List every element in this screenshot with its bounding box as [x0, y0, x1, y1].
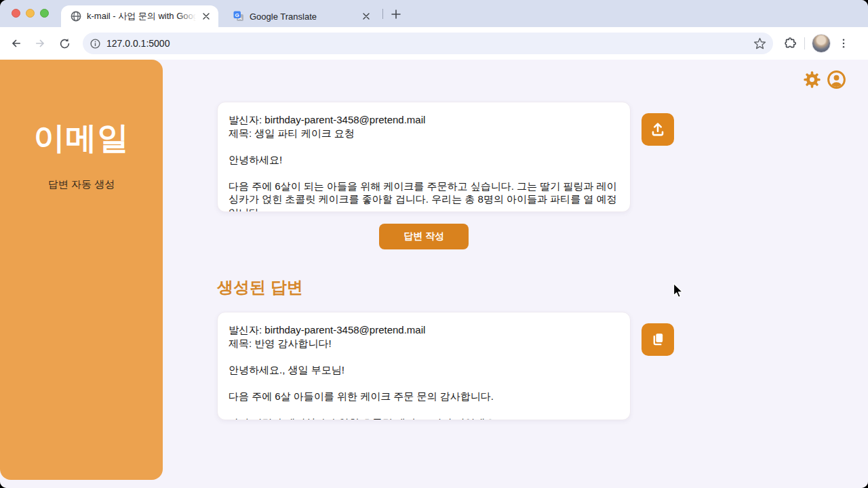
tab-strip: k-mail - 사업 문의 with Google AG Google Tra…	[0, 0, 868, 27]
email-subject: 제목: 생일 파티 케이크 요청	[229, 127, 619, 140]
settings-gear-icon[interactable]	[803, 70, 821, 89]
incoming-email-card: 발신자: birthday-parent-3458@pretend.mail 제…	[217, 102, 631, 212]
copy-icon	[649, 331, 667, 348]
url-text[interactable]: 127.0.0.1:5000	[106, 38, 753, 49]
mouse-cursor	[673, 283, 685, 300]
generated-reply-heading: 생성된 답변	[217, 277, 303, 298]
site-info-icon[interactable]	[90, 38, 101, 49]
forward-button[interactable]	[31, 34, 50, 53]
menu-dots-icon[interactable]	[837, 37, 850, 49]
app-title: 이메일	[0, 117, 163, 159]
new-tab-button[interactable]	[387, 5, 405, 23]
generated-email-card: 발신자: birthday-parent-3458@pretend.mail 제…	[217, 312, 631, 420]
header-icons	[803, 70, 846, 89]
browser-window: k-mail - 사업 문의 with Google AG Google Tra…	[0, 0, 868, 488]
translate-icon: AG	[233, 11, 244, 22]
sidebar: 이메일 답변 자동 생성	[0, 60, 163, 480]
svg-text:G: G	[235, 12, 239, 18]
app-subtitle: 답변 자동 생성	[0, 178, 163, 191]
browser-toolbar: 127.0.0.1:5000	[0, 27, 868, 60]
email-body: 다음 주에 6살 아들이를 위한 케이크 주문 문의 감사합니다.	[229, 390, 619, 403]
globe-icon	[71, 11, 81, 22]
page-content: 이메일 답변 자동 생성 발신자: birthday-parent-3458@p…	[0, 60, 868, 488]
window-zoom-button[interactable]	[40, 9, 49, 18]
compose-reply-button[interactable]: 답변 작성	[379, 224, 469, 249]
email-greeting: 안녕하세요., 생일 부모님!	[229, 363, 619, 377]
close-icon[interactable]	[360, 11, 372, 22]
address-bar[interactable]: 127.0.0.1:5000	[83, 33, 773, 54]
tab-divider	[382, 9, 383, 19]
toolbar-divider	[804, 37, 805, 49]
upload-icon	[649, 121, 667, 138]
bookmark-star-icon[interactable]	[753, 37, 766, 50]
email-sender: 발신자: birthday-parent-3458@pretend.mail	[229, 323, 619, 337]
close-icon[interactable]	[200, 11, 212, 22]
tab-title: Google Translate	[250, 12, 356, 22]
window-minimize-button[interactable]	[26, 9, 35, 18]
email-body: 다음 주에 6살이 되는 아들을 위해 케이크를 주문하고 싶습니다. 그는 딸…	[229, 180, 619, 213]
back-button[interactable]	[7, 34, 26, 53]
profile-avatar[interactable]	[812, 34, 831, 53]
email-sender: 발신자: birthday-parent-3458@pretend.mail	[229, 113, 619, 127]
tab-title: k-mail - 사업 문의 with Google	[87, 10, 196, 22]
profile-person-icon[interactable]	[827, 70, 846, 89]
email-subject: 제목: 반영 감사합니다!	[229, 337, 619, 350]
extensions-icon[interactable]	[783, 36, 797, 51]
window-close-button[interactable]	[12, 9, 20, 18]
macos-traffic-lights	[12, 9, 49, 18]
email-body-clipped: 딸기 필링과 레이싱카가 얹힌 초콜릿 케이크, 정말 귀엽네요!	[229, 416, 619, 421]
email-greeting: 안녕하세요!	[229, 153, 619, 167]
upload-email-button[interactable]	[642, 113, 674, 146]
reload-button[interactable]	[55, 34, 74, 53]
copy-reply-button[interactable]	[642, 323, 674, 356]
tab-google-translate[interactable]: AG Google Translate	[224, 5, 378, 27]
tab-kmail[interactable]: k-mail - 사업 문의 with Google	[61, 5, 218, 27]
